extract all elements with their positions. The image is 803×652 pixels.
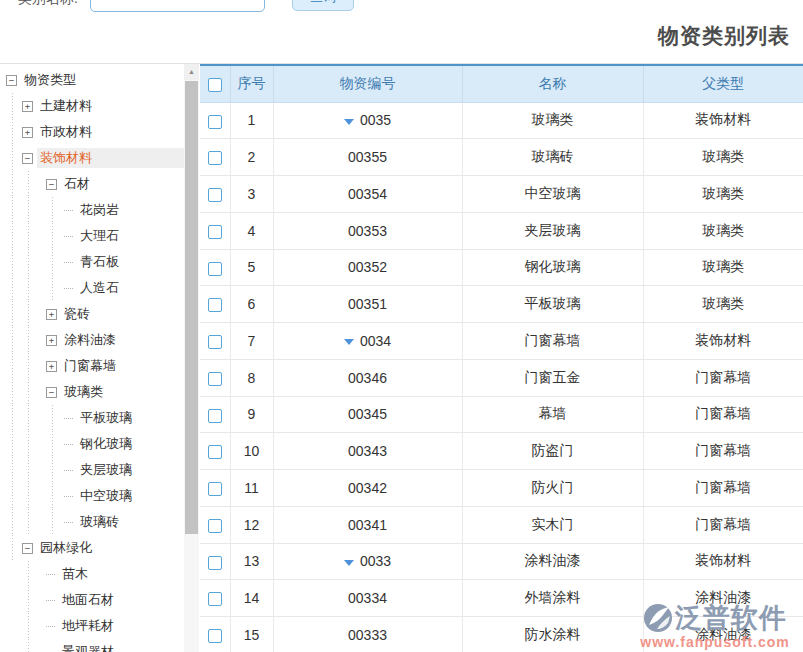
tree-item[interactable]: −园林绿化 [0, 535, 184, 561]
row-checkbox[interactable] [208, 151, 222, 165]
row-checkbox[interactable] [208, 188, 222, 202]
tree-item[interactable]: 钢化玻璃 [0, 431, 184, 457]
leaf-connector-icon [64, 210, 73, 211]
tree-item[interactable]: 地坪耗材 [0, 613, 184, 639]
tree-scrollbar[interactable]: ▲ [184, 64, 199, 652]
tree-item-label: 中空玻璃 [77, 486, 135, 506]
tree-item[interactable]: 平板玻璃 [0, 405, 184, 431]
tree-item[interactable]: 地面石材 [0, 587, 184, 613]
table-row[interactable]: 70034门窗幕墙装饰材料 [200, 323, 803, 360]
tree-item[interactable]: −物资类型 [0, 67, 184, 93]
row-checkbox-cell [200, 359, 230, 396]
row-seq: 9 [230, 396, 273, 433]
row-name: 门窗幕墙 [462, 323, 643, 360]
row-name: 防水涂料 [462, 617, 643, 652]
header-name: 名称 [462, 65, 643, 102]
row-code: 0035 [273, 102, 462, 139]
table-row[interactable]: 900345幕墙门窗幕墙 [200, 396, 803, 433]
table-row[interactable]: 1500333防水涂料涂料油漆 [200, 617, 803, 652]
tree-item[interactable]: +门窗幕墙 [0, 353, 184, 379]
triangle-down-icon[interactable] [344, 560, 354, 566]
row-checkbox[interactable] [208, 592, 222, 606]
tree-item[interactable]: 苗木 [0, 561, 184, 587]
row-checkbox[interactable] [208, 225, 222, 239]
tree-item[interactable]: 花岗岩 [0, 197, 184, 223]
triangle-down-icon[interactable] [344, 339, 354, 345]
plus-box-icon[interactable]: + [46, 309, 57, 320]
table-row[interactable]: 800346门窗五金门窗幕墙 [200, 359, 803, 396]
row-parent-type: 装饰材料 [643, 102, 803, 139]
tree-item-label: 装饰材料 [37, 148, 184, 168]
tree-item[interactable]: +土建材料 [0, 93, 184, 119]
row-checkbox[interactable] [208, 262, 222, 276]
tree-item[interactable]: −装饰材料 [0, 145, 184, 171]
tree-item[interactable]: −石材 [0, 171, 184, 197]
row-code: 00343 [273, 433, 462, 470]
row-checkbox-cell [200, 617, 230, 652]
row-checkbox-cell [200, 580, 230, 617]
content-area: −物资类型+土建材料+市政材料−装饰材料−石材花岗岩大理石青石板人造石+瓷砖+涂… [0, 63, 803, 652]
category-name-input[interactable] [90, 0, 265, 12]
tree-item[interactable]: 青石板 [0, 249, 184, 275]
table-row[interactable]: 200355玻璃砖玻璃类 [200, 139, 803, 176]
minus-box-icon[interactable]: − [22, 543, 33, 554]
tree-item[interactable]: +瓷砖 [0, 301, 184, 327]
tree-item[interactable]: +市政材料 [0, 119, 184, 145]
tree-item-label: 瓷砖 [61, 304, 93, 324]
row-checkbox-cell [200, 323, 230, 360]
row-checkbox[interactable] [208, 115, 222, 129]
header-code: 物资编号 [273, 65, 462, 102]
row-parent-type: 玻璃类 [643, 212, 803, 249]
plus-box-icon[interactable]: + [22, 127, 33, 138]
tree-item[interactable]: 人造石 [0, 275, 184, 301]
tree-item[interactable]: 大理石 [0, 223, 184, 249]
table-row[interactable]: 1400334外墙涂料涂料油漆 [200, 580, 803, 617]
query-button[interactable]: 查询 [292, 0, 354, 11]
arrow-up-icon[interactable]: ▲ [184, 64, 199, 80]
row-name: 玻璃类 [462, 102, 643, 139]
scrollbar-thumb[interactable] [185, 81, 198, 534]
table-row[interactable]: 300354中空玻璃玻璃类 [200, 176, 803, 213]
minus-box-icon[interactable]: − [6, 75, 17, 86]
minus-box-icon[interactable]: − [22, 153, 33, 164]
plus-box-icon[interactable]: + [46, 335, 57, 346]
row-checkbox[interactable] [208, 445, 222, 459]
plus-box-icon[interactable]: + [46, 361, 57, 372]
material-category-page: 类别名称: 查询 物资类别列表 −物资类型+土建材料+市政材料−装饰材料−石材花… [0, 0, 803, 652]
row-parent-type: 玻璃类 [643, 139, 803, 176]
row-checkbox[interactable] [208, 409, 222, 423]
table-row[interactable]: 400353夹层玻璃玻璃类 [200, 212, 803, 249]
row-checkbox[interactable] [208, 482, 222, 496]
row-checkbox-cell [200, 433, 230, 470]
table-row[interactable]: 1100342防火门门窗幕墙 [200, 470, 803, 507]
tree-item-label: 花岗岩 [77, 200, 122, 220]
plus-box-icon[interactable]: + [22, 101, 33, 112]
table-row[interactable]: 1200341实木门门窗幕墙 [200, 506, 803, 543]
tree-item[interactable]: 中空玻璃 [0, 483, 184, 509]
minus-box-icon[interactable]: − [46, 387, 57, 398]
table-row[interactable]: 10035玻璃类装饰材料 [200, 102, 803, 139]
minus-box-icon[interactable]: − [46, 179, 57, 190]
tree-item[interactable]: 景观器材 [0, 639, 184, 652]
select-all-checkbox[interactable] [208, 78, 222, 92]
row-checkbox[interactable] [208, 335, 222, 349]
tree-item[interactable]: +涂料油漆 [0, 327, 184, 353]
table-row[interactable]: 130033涂料油漆装饰材料 [200, 543, 803, 580]
tree-item[interactable]: 夹层玻璃 [0, 457, 184, 483]
tree-item[interactable]: −玻璃类 [0, 379, 184, 405]
row-checkbox[interactable] [208, 298, 222, 312]
row-checkbox[interactable] [208, 372, 222, 386]
row-name: 平板玻璃 [462, 286, 643, 323]
tree-item[interactable]: 玻璃砖 [0, 509, 184, 535]
row-checkbox[interactable] [208, 519, 222, 533]
table-row[interactable]: 1000343防盗门门窗幕墙 [200, 433, 803, 470]
tree-item-label: 玻璃类 [61, 382, 106, 402]
row-seq: 11 [230, 470, 273, 507]
tree-item-label: 涂料油漆 [61, 330, 119, 350]
table-row[interactable]: 500352钢化玻璃玻璃类 [200, 249, 803, 286]
row-checkbox[interactable] [208, 629, 222, 643]
row-checkbox[interactable] [208, 556, 222, 570]
triangle-down-icon[interactable] [344, 119, 354, 125]
search-bar: 类别名称: 查询 物资类别列表 [0, 0, 803, 63]
table-row[interactable]: 600351平板玻璃玻璃类 [200, 286, 803, 323]
